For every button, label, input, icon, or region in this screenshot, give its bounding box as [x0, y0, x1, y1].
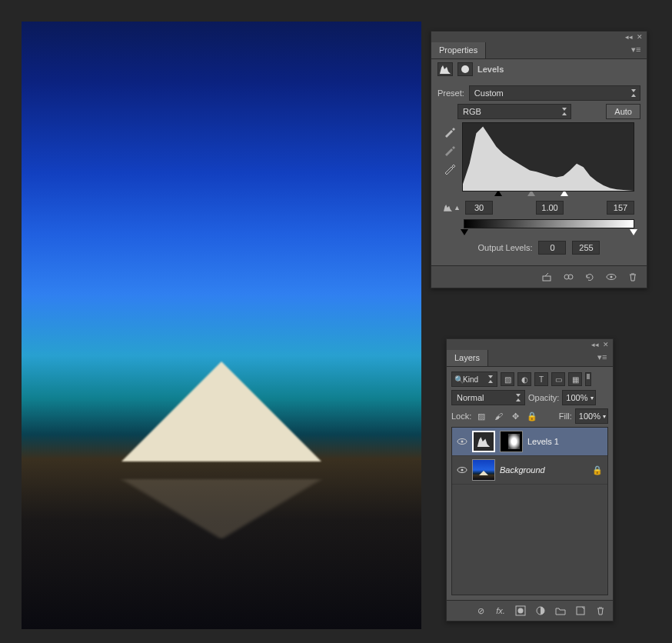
image-content [121, 361, 321, 461]
filter-toggle[interactable] [585, 372, 591, 386]
new-group-icon[interactable] [554, 605, 567, 617]
layers-tab-row: Layers ▾≡ [447, 350, 613, 367]
eyedropper-gray-icon[interactable] [444, 144, 456, 156]
properties-header: Levels [431, 59, 647, 82]
filter-shape-icon[interactable]: ▭ [551, 372, 565, 386]
filter-kind-select[interactable]: 🔍 Kind [451, 371, 497, 387]
adjustment-title: Levels [477, 65, 504, 74]
panel-menu-icon[interactable]: ▾≡ [631, 45, 642, 54]
link-layers-icon[interactable]: ⊘ [474, 605, 487, 617]
adjustment-thumbnail[interactable] [472, 431, 495, 452]
chevron-down-icon[interactable]: ▾ [590, 395, 594, 401]
layers-footer: ⊘ fx. [447, 600, 613, 621]
collapse-icon[interactable]: ◂◂ [591, 341, 598, 348]
channel-select[interactable]: RGB [457, 104, 571, 119]
channel-row: RGB Auto [437, 104, 640, 119]
svg-marker-1 [463, 126, 634, 191]
blend-mode-select[interactable]: Normal [451, 390, 525, 405]
new-adjustment-icon[interactable] [534, 605, 547, 617]
delete-layer-icon[interactable] [594, 605, 607, 617]
reset-icon[interactable] [584, 271, 596, 283]
previous-state-icon[interactable] [562, 271, 574, 283]
new-layer-icon[interactable] [574, 605, 587, 617]
panel-titlebar[interactable]: ◂◂ ✕ [447, 339, 613, 350]
lock-pixels-icon[interactable]: 🖌 [491, 409, 505, 423]
lock-transparency-icon[interactable]: ▨ [474, 409, 488, 423]
output-white-slider[interactable] [630, 229, 637, 235]
visibility-icon[interactable] [605, 271, 617, 283]
input-white-field[interactable]: 157 [607, 201, 634, 215]
tab-layers[interactable]: Layers [447, 350, 488, 366]
input-level-values: ▲ 30 1.00 157 [437, 196, 640, 215]
add-mask-icon[interactable] [514, 605, 527, 617]
layer-mask-thumbnail[interactable] [500, 431, 523, 452]
layer-thumbnail[interactable] [472, 459, 495, 481]
layer-row[interactable]: Levels 1 [452, 428, 607, 456]
lock-position-icon[interactable]: ✥ [508, 409, 522, 423]
collapse-icon[interactable]: ◂◂ [625, 34, 632, 41]
visibility-icon[interactable] [457, 465, 467, 475]
chevron-down-icon[interactable]: ▾ [603, 413, 606, 420]
filter-adjustment-icon[interactable]: ◐ [517, 372, 531, 386]
properties-panel: ◂◂ ✕ Properties ▾≡ Levels Preset: Custom… [431, 31, 647, 288]
svg-point-8 [461, 441, 464, 443]
layer-list[interactable]: Levels 1 Background 🔒 [451, 427, 608, 595]
histogram-area [437, 122, 640, 196]
levels-clip-icon[interactable]: ▲ [444, 202, 461, 214]
levels-icon[interactable] [437, 62, 453, 76]
output-gradient[interactable] [464, 219, 634, 228]
image-content-reflection [121, 479, 321, 539]
layer-name[interactable]: Levels 1 [527, 437, 559, 446]
output-black-slider[interactable] [461, 229, 468, 235]
panel-menu-icon[interactable]: ▾≡ [597, 352, 608, 361]
filter-pixel-icon[interactable]: ▧ [501, 372, 514, 386]
lock-icon: 🔒 [592, 465, 603, 475]
fill-label: Fill: [559, 411, 572, 421]
preset-label: Preset: [437, 88, 464, 98]
layer-filter-row: 🔍 Kind ▧ ◐ T ▭ ▦ [451, 371, 608, 387]
preset-select[interactable]: Custom [469, 85, 640, 101]
svg-rect-2 [543, 276, 551, 281]
lock-label: Lock: [451, 411, 471, 421]
histogram[interactable] [462, 122, 634, 192]
svg-point-0 [461, 65, 469, 73]
layer-row[interactable]: Background 🔒 [452, 456, 607, 485]
visibility-icon[interactable] [457, 436, 467, 447]
fill-field[interactable]: 100%▾ [575, 408, 608, 424]
output-black-field[interactable]: 0 [538, 241, 566, 255]
clip-to-layer-icon[interactable] [541, 271, 553, 283]
properties-tab-row: Properties ▾≡ [431, 42, 647, 59]
filter-type-icon[interactable]: T [534, 372, 548, 386]
eyedropper-black-icon[interactable] [444, 125, 456, 138]
blend-mode-row: Normal Opacity: 100%▾ [451, 390, 608, 405]
svg-point-12 [518, 608, 524, 614]
svg-point-10 [461, 469, 464, 471]
opacity-field[interactable]: 100%▾ [562, 390, 595, 405]
eyedropper-group [444, 122, 456, 196]
input-black-field[interactable]: 30 [465, 201, 493, 215]
delete-icon[interactable] [627, 271, 639, 283]
output-levels-label: Output Levels: [478, 243, 533, 252]
preset-row: Preset: Custom [437, 85, 640, 101]
mask-icon[interactable] [457, 62, 473, 76]
tab-properties[interactable]: Properties [431, 42, 486, 58]
input-gamma-field[interactable]: 1.00 [536, 201, 564, 215]
layer-style-icon[interactable]: fx. [494, 605, 507, 617]
close-icon[interactable]: ✕ [603, 341, 610, 348]
lock-all-icon[interactable]: 🔒 [525, 409, 539, 423]
filter-smart-icon[interactable]: ▦ [568, 372, 582, 386]
panel-titlebar[interactable]: ◂◂ ✕ [431, 32, 647, 42]
layer-name[interactable]: Background [500, 465, 545, 475]
eyedropper-white-icon[interactable] [444, 162, 456, 175]
output-white-field[interactable]: 255 [572, 241, 600, 255]
svg-point-6 [610, 276, 613, 278]
document-image [22, 22, 421, 629]
properties-footer [431, 265, 647, 288]
opacity-label: Opacity: [528, 393, 559, 402]
layers-panel: ◂◂ ✕ Layers ▾≡ 🔍 Kind ▧ ◐ T ▭ ▦ Normal O… [446, 338, 614, 621]
document-canvas[interactable] [22, 22, 421, 629]
close-icon[interactable]: ✕ [637, 34, 644, 41]
auto-button[interactable]: Auto [606, 104, 640, 119]
lock-row: Lock: ▨ 🖌 ✥ 🔒 Fill: 100%▾ [451, 408, 608, 424]
